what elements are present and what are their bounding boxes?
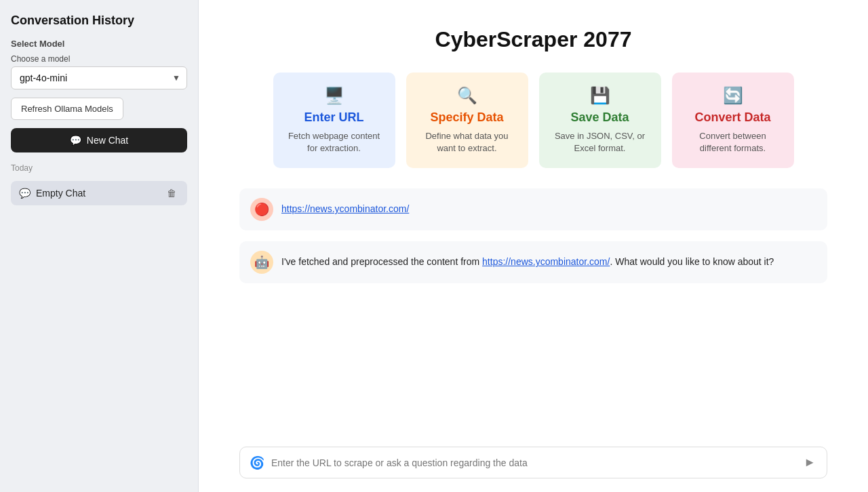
card-convert-data: 🔄 Convert Data Convert between different…	[672, 73, 794, 168]
select-model-section: Select Model Choose a model gpt-4o-mini …	[11, 39, 187, 89]
delete-chat-button[interactable]: 🗑	[164, 186, 179, 200]
input-wrapper: 🌀 ►	[239, 447, 827, 478]
sidebar-title: Conversation History	[11, 14, 187, 28]
app-title: CyberScraper 2077	[239, 27, 827, 52]
chat-item-left: 💬 Empty Chat	[19, 188, 85, 199]
select-model-label: Select Model	[11, 39, 187, 49]
send-button[interactable]: ►	[802, 454, 817, 471]
card-enter-url-title: Enter URL	[304, 110, 363, 125]
card-specify-data: 🔍 Specify Data Define what data you want…	[406, 73, 528, 168]
new-chat-button[interactable]: 💬 New Chat	[11, 128, 187, 152]
whatsapp-icon: 🌀	[250, 455, 264, 470]
refresh-models-button[interactable]: Refresh Ollama Models	[11, 98, 123, 120]
input-area: 🌀 ►	[199, 436, 868, 492]
bot-avatar: 🤖	[250, 251, 273, 274]
main-content: CyberScraper 2077 🖥️ Enter URL Fetch web…	[199, 0, 868, 436]
bot-message-link[interactable]: https://news.ycombinator.com/	[482, 256, 610, 267]
card-enter-url-desc: Fetch webpage content for extraction.	[284, 130, 384, 155]
convert-data-icon: 🔄	[723, 86, 743, 105]
model-select[interactable]: gpt-4o-mini	[11, 66, 187, 89]
messages-area: 🔴 https://news.ycombinator.com/ 🤖 I've f…	[239, 188, 827, 283]
sidebar: Conversation History Select Model Choose…	[0, 0, 199, 492]
user-message: 🔴 https://news.ycombinator.com/	[239, 188, 827, 230]
card-convert-data-desc: Convert between different formats.	[683, 130, 783, 155]
enter-url-icon: 🖥️	[324, 86, 344, 105]
chat-icon: 💬	[70, 135, 81, 146]
card-convert-data-title: Convert Data	[694, 110, 770, 125]
chat-history-item[interactable]: 💬 Empty Chat 🗑	[11, 181, 187, 205]
chat-item-icon: 💬	[19, 188, 31, 199]
save-data-icon: 💾	[590, 86, 610, 105]
bot-message-text: I've fetched and preprocessed the conten…	[281, 251, 774, 269]
card-save-data-desc: Save in JSON, CSV, or Excel format.	[550, 130, 650, 155]
main-panel: CyberScraper 2077 🖥️ Enter URL Fetch web…	[199, 0, 868, 492]
choose-model-label: Choose a model	[11, 54, 187, 64]
card-specify-data-title: Specify Data	[430, 110, 503, 125]
user-avatar: 🔴	[250, 198, 273, 221]
chat-input[interactable]	[271, 457, 795, 468]
user-message-link[interactable]: https://news.ycombinator.com/	[281, 203, 409, 214]
card-save-data-title: Save Data	[570, 110, 629, 125]
bot-text-after: . What would you like to know about it?	[610, 256, 774, 267]
model-select-wrapper: gpt-4o-mini ▼	[11, 66, 187, 89]
bot-message: 🤖 I've fetched and preprocessed the cont…	[239, 241, 827, 283]
specify-data-icon: 🔍	[457, 86, 477, 105]
bot-text-before: I've fetched and preprocessed the conten…	[281, 256, 482, 267]
user-message-text: https://news.ycombinator.com/	[281, 198, 409, 216]
feature-cards-row: 🖥️ Enter URL Fetch webpage content for e…	[239, 73, 827, 168]
card-enter-url: 🖥️ Enter URL Fetch webpage content for e…	[273, 73, 395, 168]
chat-item-label: Empty Chat	[36, 188, 85, 199]
card-specify-data-desc: Define what data you want to extract.	[417, 130, 517, 155]
card-save-data: 💾 Save Data Save in JSON, CSV, or Excel …	[539, 73, 661, 168]
today-label: Today	[11, 163, 187, 173]
